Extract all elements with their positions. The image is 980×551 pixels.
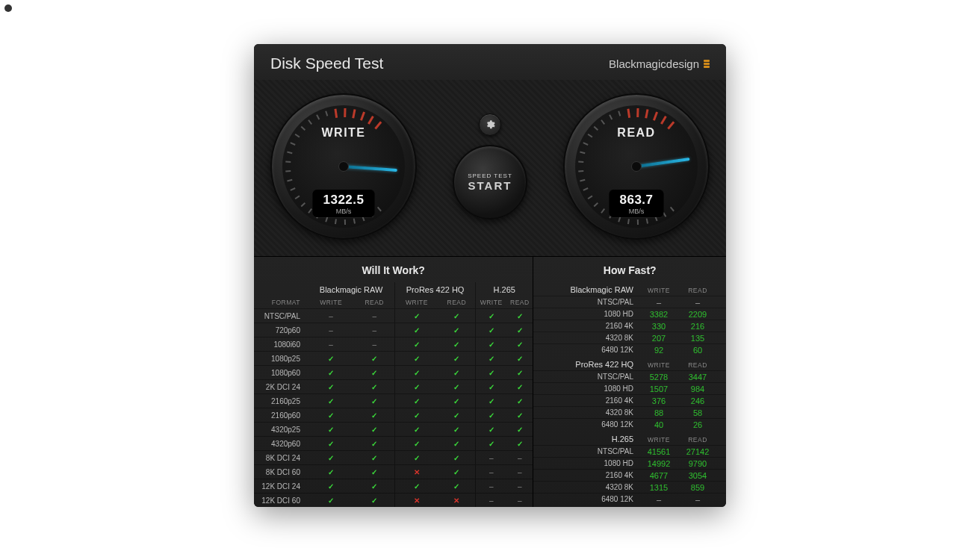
start-button[interactable]: SPEED TEST START — [453, 145, 527, 220]
read-fps: 58 — [678, 408, 717, 417]
result-cell: ✓ — [308, 366, 354, 380]
result-cell: ✓ — [438, 366, 476, 380]
res-label: 1080 HD — [542, 459, 639, 468]
res-label: NTSC/PAL — [542, 447, 639, 456]
res-label: NTSC/PAL — [542, 373, 639, 382]
res-label: 6480 12K — [542, 420, 639, 429]
result-cell: – — [354, 337, 394, 352]
read-fps: 216 — [678, 322, 717, 331]
result-cell: ✓ — [395, 479, 438, 494]
result-cell: ✓ — [438, 352, 476, 366]
grp-prores: ProRes 422 HQ — [395, 282, 476, 296]
read-gauge: READ 863.7 MB/s — [563, 93, 710, 240]
read-fps: 246 — [678, 396, 717, 405]
result-cell: ✓ — [354, 465, 394, 479]
result-cell: ✕ — [395, 494, 438, 508]
result-cell: ✓ — [308, 380, 354, 394]
result-cell: ✓ — [354, 479, 394, 494]
format-cell: 1080p60 — [254, 366, 308, 380]
result-cell: – — [308, 309, 354, 323]
right-panel-title: How Fast? — [533, 257, 726, 282]
table-row: 8K DCI 24✓✓✓✓–– — [254, 451, 533, 465]
result-cell: ✓ — [438, 451, 476, 465]
format-cell: 12K DCI 24 — [254, 479, 308, 494]
read-fps: 27142 — [678, 447, 717, 456]
res-label: 4320 8K — [542, 483, 639, 492]
format-cell: 2K DCI 24 — [254, 380, 308, 394]
read-value: 863.7 — [619, 193, 653, 208]
table-row: 720p60––✓✓✓✓ — [254, 323, 533, 337]
how-fast-row: 4320 8K1315859 — [533, 481, 726, 493]
write-fps: 40 — [639, 420, 678, 429]
res-label: 1080 HD — [542, 310, 639, 319]
grp-h265: H.265 — [476, 282, 533, 296]
result-cell: – — [476, 479, 507, 494]
result-cell: ✓ — [395, 352, 438, 366]
result-cell: – — [476, 494, 507, 508]
result-cell: ✓ — [476, 380, 507, 394]
result-cell: – — [476, 451, 507, 465]
read-unit: MB/s — [619, 208, 653, 215]
write-fps: 92 — [639, 346, 678, 355]
table-row: NTSC/PAL––✓✓✓✓ — [254, 309, 533, 323]
result-cell: ✓ — [438, 408, 476, 423]
write-fps: 1507 — [639, 385, 678, 393]
write-fps: 4677 — [639, 471, 678, 480]
result-cell: ✓ — [395, 451, 438, 465]
how-fast-row: 2160 4K330216 — [533, 320, 726, 331]
result-cell: ✓ — [308, 352, 354, 366]
write-fps: 1315 — [639, 483, 678, 492]
result-cell: ✓ — [476, 366, 507, 380]
result-cell: ✓ — [476, 309, 507, 323]
table-row: 1080i60––✓✓✓✓ — [254, 337, 533, 352]
format-cell: 1080p25 — [254, 352, 308, 366]
gear-icon — [485, 119, 495, 130]
how-fast-row: 2160 4K46773054 — [533, 469, 726, 481]
how-fast-section: ProRes 422 HQWRITEREADNTSC/PAL5278344710… — [533, 357, 726, 430]
res-label: 4320 8K — [542, 334, 639, 343]
write-fps: 207 — [639, 334, 678, 343]
res-label: 2160 4K — [542, 471, 639, 480]
format-cell: 2160p25 — [254, 394, 308, 408]
grp-bmraw: Blackmagic RAW — [308, 282, 395, 296]
result-cell: ✓ — [506, 323, 533, 337]
result-cell: ✓ — [476, 352, 507, 366]
result-cell: ✓ — [354, 394, 394, 408]
write-gauge-label: WRITE — [272, 126, 415, 140]
read-fps: – — [678, 298, 717, 307]
write-fps: 88 — [639, 408, 678, 417]
result-cell: ✓ — [308, 437, 354, 451]
settings-button[interactable] — [479, 113, 501, 136]
format-cell: 8K DCI 24 — [254, 451, 308, 465]
result-cell: ✓ — [308, 465, 354, 479]
write-gauge: WRITE 1322.5 MB/s — [270, 93, 417, 240]
format-cell: 2160p60 — [254, 408, 308, 423]
result-cell: ✓ — [506, 394, 533, 408]
read-fps: 984 — [678, 385, 717, 393]
result-cell: ✓ — [395, 408, 438, 423]
table-row: 12K DCI 60✓✓✕✕–– — [254, 494, 533, 508]
write-value: 1322.5 — [323, 193, 365, 208]
result-cell: ✓ — [308, 423, 354, 437]
result-cell: ✓ — [438, 437, 476, 451]
result-cell: ✓ — [354, 494, 394, 508]
result-cell: – — [354, 309, 394, 323]
app-title: Disk Speed Test — [270, 55, 383, 72]
result-cell: ✓ — [438, 394, 476, 408]
tables-row: Will It Work? Blackmagic RAW ProRes 422 … — [254, 257, 726, 507]
write-fps: – — [639, 298, 678, 307]
write-fps: 5278 — [639, 373, 678, 382]
format-cell: 1080i60 — [254, 337, 308, 352]
result-cell: ✓ — [506, 408, 533, 423]
format-cell: 12K DCI 60 — [254, 494, 308, 508]
result-cell: ✓ — [476, 337, 507, 352]
result-cell: ✓ — [354, 366, 394, 380]
result-cell: ✓ — [506, 380, 533, 394]
how-fast-row: 4320 8K207135 — [533, 331, 726, 343]
result-cell: – — [308, 323, 354, 337]
result-cell: ✓ — [395, 380, 438, 394]
how-fast-row: 6480 12K–– — [533, 493, 726, 505]
write-fps: 14992 — [639, 459, 678, 468]
start-button-sub: SPEED TEST — [468, 172, 512, 179]
section-name: ProRes 422 HQ — [542, 360, 639, 369]
